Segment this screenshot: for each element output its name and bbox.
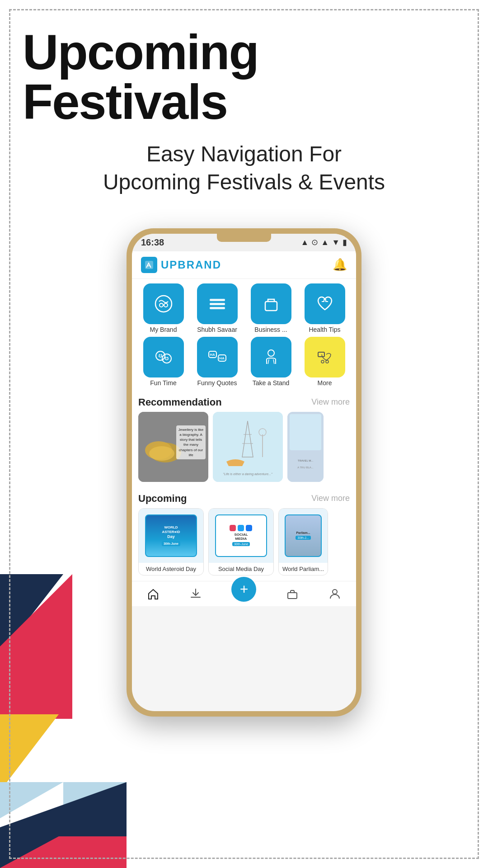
- bottom-navigation: +: [132, 581, 356, 606]
- vibrate-icon: ▲: [321, 238, 329, 247]
- category-more[interactable]: More: [300, 337, 350, 387]
- svg-point-20: [167, 357, 168, 358]
- asteroid-day-label: World Asteroid Day: [139, 563, 203, 575]
- category-grid: My Brand Shubh Savaar: [132, 279, 356, 391]
- category-funny-quotes[interactable]: HA HA Funny Quotes: [192, 337, 242, 387]
- upcoming-cards: WORLD ASTER●ID Day 30th-June World Aster…: [132, 508, 356, 581]
- svg-line-26: [268, 359, 269, 364]
- more-icon: [305, 337, 345, 377]
- my-brand-label: My Brand: [150, 326, 177, 333]
- fun-time-label: Fun Time: [150, 379, 176, 387]
- health-tips-label: Health Tips: [309, 326, 340, 333]
- svg-point-47: [333, 590, 337, 594]
- app-name: UPBRAND: [161, 259, 221, 271]
- business-icon: [251, 283, 291, 324]
- my-brand-icon: [143, 283, 184, 324]
- business-label: Business ...: [254, 326, 287, 333]
- svg-text:HA: HA: [210, 353, 215, 357]
- upcoming-title: Upcoming: [138, 493, 187, 505]
- recommendation-card-travel[interactable]: "Life is either a daring adventure...": [213, 412, 283, 482]
- svg-text:"Life is either a daring adven: "Life is either a daring adventure...": [223, 472, 272, 476]
- svg-point-17: [159, 354, 160, 355]
- social-media-visual: SOCIAL MEDIA 30th-June: [215, 514, 267, 557]
- svg-point-8: [155, 296, 172, 312]
- jewelry-card-text: Jewellery is like a biography. A story t…: [176, 425, 206, 459]
- svg-rect-11: [210, 299, 225, 301]
- recommendation-header: Recommendation View more: [132, 391, 356, 412]
- wifi-icon: ⊙: [311, 237, 318, 247]
- asteroid-day-img: WORLD ASTER●ID Day 30th-June: [139, 509, 203, 563]
- svg-line-27: [273, 359, 274, 364]
- nav-home[interactable]: [147, 587, 160, 600]
- status-time: 16:38: [141, 237, 164, 248]
- phone-outer-frame: 16:38 ▲ ⊙ ▲ ▼ ▮: [127, 228, 361, 717]
- funny-quotes-label: Funny Quotes: [197, 379, 237, 387]
- svg-point-34: [149, 446, 174, 461]
- bell-icon[interactable]: 🔔: [333, 258, 347, 272]
- asteroid-day-visual: WORLD ASTER●ID Day 30th-June: [145, 514, 197, 557]
- recommendation-cards: Jewellery is like a biography. A story t…: [132, 412, 356, 487]
- signal-icon: ▼: [332, 238, 340, 247]
- svg-point-19: [165, 357, 166, 358]
- take-a-stand-icon: [251, 337, 291, 377]
- svg-text:A TRU BLA...: A TRU BLA...: [297, 466, 314, 469]
- nav-download[interactable]: [189, 587, 202, 600]
- funny-quotes-icon: HA HA: [197, 337, 238, 377]
- app-logo: UPBRAND: [141, 257, 221, 273]
- camera-notch: [217, 234, 271, 242]
- category-take-a-stand[interactable]: Take a Stand: [246, 337, 296, 387]
- nav-briefcase[interactable]: [286, 587, 299, 600]
- svg-point-18: [160, 354, 162, 355]
- svg-rect-13: [210, 307, 225, 309]
- parliament-img: Parliam... 30th-J...: [279, 509, 328, 563]
- svg-marker-2: [0, 714, 59, 791]
- social-media-label: Social Media Day: [209, 563, 273, 575]
- social-media-day-img: SOCIAL MEDIA 30th-June: [209, 509, 273, 563]
- recommendation-card-jewelry[interactable]: Jewellery is like a biography. A story t…: [138, 412, 208, 482]
- phone-screen: 16:38 ▲ ⊙ ▲ ▼ ▮: [132, 234, 356, 711]
- nav-user[interactable]: [328, 587, 341, 600]
- upcoming-card-asteroid[interactable]: WORLD ASTER●ID Day 30th-June World Aster…: [138, 508, 204, 576]
- svg-rect-28: [318, 352, 324, 357]
- upcoming-card-parliament[interactable]: Parliam... 30th-J... World Parliam...: [278, 508, 328, 576]
- recommendation-title: Recommendation: [138, 396, 222, 408]
- app-content: My Brand Shubh Savaar: [132, 279, 356, 581]
- svg-point-10: [164, 303, 168, 307]
- app-header: UPBRAND 🔔: [132, 251, 356, 279]
- category-fun-time[interactable]: Fun Time: [138, 337, 188, 387]
- more-label: More: [318, 379, 332, 387]
- svg-text:TRAVEL M...: TRAVEL M...: [298, 459, 314, 462]
- upcoming-header: Upcoming View more: [132, 487, 356, 508]
- recommendation-view-more[interactable]: View more: [311, 397, 350, 407]
- category-health-tips[interactable]: Health Tips: [300, 283, 350, 333]
- svg-rect-12: [210, 303, 225, 305]
- phone-mockup: 16:38 ▲ ⊙ ▲ ▼ ▮: [0, 228, 488, 717]
- svg-point-9: [160, 303, 163, 307]
- svg-rect-46: [288, 593, 297, 599]
- warning-icon: ▲: [301, 238, 309, 247]
- fun-time-icon: [143, 337, 184, 377]
- category-my-brand[interactable]: My Brand: [138, 283, 188, 333]
- parliament-label: World Parliam...: [279, 563, 328, 575]
- upcoming-card-social-media[interactable]: SOCIAL MEDIA 30th-June Social Media Day: [208, 508, 274, 576]
- header-section: Upcoming Festivals Easy Navigation ForUp…: [0, 0, 488, 210]
- svg-rect-43: [290, 414, 321, 450]
- recommendation-card-travel2[interactable]: TRAVEL M... A TRU BLA...: [287, 412, 324, 482]
- page-title: Upcoming Festivals: [23, 27, 465, 127]
- svg-point-29: [321, 360, 324, 363]
- health-tips-icon: [305, 283, 345, 324]
- battery-icon: ▮: [343, 237, 347, 247]
- logo-icon: [141, 257, 157, 273]
- svg-text:HA: HA: [219, 356, 225, 360]
- upcoming-view-more[interactable]: View more: [311, 494, 350, 503]
- nav-add-button[interactable]: +: [231, 577, 256, 602]
- take-a-stand-label: Take a Stand: [253, 379, 290, 387]
- page-subtitle: Easy Navigation ForUpcoming Festivals & …: [23, 140, 465, 197]
- svg-point-25: [268, 350, 274, 356]
- plus-icon: +: [240, 581, 249, 598]
- svg-point-30: [326, 360, 328, 363]
- category-shubh-savaar[interactable]: Shubh Savaar: [192, 283, 242, 333]
- category-business[interactable]: Business ...: [246, 283, 296, 333]
- status-icons: ▲ ⊙ ▲ ▼ ▮: [301, 237, 347, 247]
- svg-rect-14: [265, 302, 277, 311]
